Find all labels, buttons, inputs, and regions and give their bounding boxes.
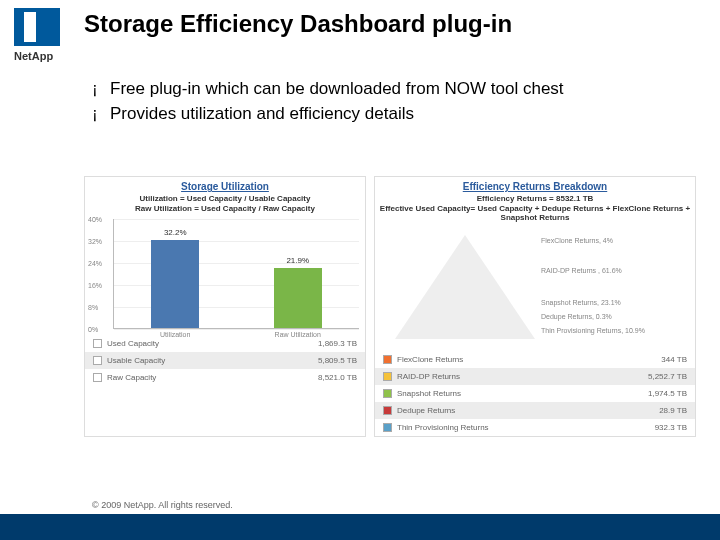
legend-swatch-icon xyxy=(93,373,102,382)
y-tick-label: 40% xyxy=(88,216,102,223)
efficiency-returns-panel: Efficiency Returns Breakdown Efficiency … xyxy=(374,176,696,437)
chart-bar: 21.9%Raw Utilization xyxy=(274,268,322,328)
legend-swatch-icon xyxy=(383,389,392,398)
bar-value-label: 32.2% xyxy=(151,228,199,237)
pyramid-label: RAID-DP Returns , 61.6% xyxy=(541,267,622,274)
legend-swatch-icon xyxy=(383,372,392,381)
chart-bar: 32.2%Utilization xyxy=(151,240,199,329)
pyramid-label: Dedupe Returns, 0.3% xyxy=(541,313,612,320)
legend-row: Dedupe Returns28.9 TB xyxy=(375,402,695,419)
panel-title: Efficiency Returns Breakdown xyxy=(375,177,695,192)
panel-title: Storage Utilization xyxy=(85,177,365,192)
legend-value: 932.3 TB xyxy=(655,423,687,432)
utilization-bar-chart: 0%8%16%24%32%40%32.2%Utilization21.9%Raw… xyxy=(113,219,359,329)
legend-row: Snapshot Returns1,974.5 TB xyxy=(375,385,695,402)
y-tick-label: 16% xyxy=(88,282,102,289)
legend-label: RAID-DP Returns xyxy=(397,372,460,381)
bullet-item: Free plug-in which can be downloaded fro… xyxy=(92,78,696,101)
legend-value: 5,252.7 TB xyxy=(648,372,687,381)
legend-label: Used Capacity xyxy=(107,339,159,348)
x-category-label: Raw Utilization xyxy=(274,328,322,338)
legend-value: 28.9 TB xyxy=(659,406,687,415)
legend-value: 344 TB xyxy=(661,355,687,364)
legend-label: Thin Provisioning Returns xyxy=(397,423,489,432)
bar-value-label: 21.9% xyxy=(274,256,322,265)
x-category-label: Utilization xyxy=(151,328,199,338)
legend-row: Usable Capacity5,809.5 TB xyxy=(85,352,365,369)
pyramid-label: FlexClone Returns, 4% xyxy=(541,237,613,244)
legend-swatch-icon xyxy=(93,339,102,348)
legend-swatch-icon xyxy=(383,423,392,432)
legend-row: Thin Provisioning Returns932.3 TB xyxy=(375,419,695,436)
copyright-text: © 2009 NetApp. All rights reserved. xyxy=(92,500,233,510)
y-tick-label: 32% xyxy=(88,238,102,245)
panel-subtitle: Utilization = Used Capacity / Usable Cap… xyxy=(85,192,365,219)
page-title: Storage Efficiency Dashboard plug-in xyxy=(84,10,512,38)
pyramid-icon xyxy=(395,235,535,339)
legend-value: 1,869.3 TB xyxy=(318,339,357,348)
bullet-list: Free plug-in which can be downloaded fro… xyxy=(92,78,696,128)
legend-swatch-icon xyxy=(93,356,102,365)
legend-row: Raw Capacity8,521.0 TB xyxy=(85,369,365,386)
y-tick-label: 8% xyxy=(88,304,98,311)
legend-label: FlexClone Returns xyxy=(397,355,463,364)
legend-value: 5,809.5 TB xyxy=(318,356,357,365)
brand-name: NetApp xyxy=(14,50,72,62)
legend-label: Dedupe Returns xyxy=(397,406,455,415)
pyramid-label: Thin Provisioning Returns, 10.9% xyxy=(541,327,645,334)
footer-bar xyxy=(0,514,720,540)
storage-utilization-panel: Storage Utilization Utilization = Used C… xyxy=(84,176,366,437)
efficiency-pyramid-chart: FlexClone Returns, 4% RAID-DP Returns , … xyxy=(379,229,691,347)
legend-value: 1,974.5 TB xyxy=(648,389,687,398)
charts-row: Storage Utilization Utilization = Used C… xyxy=(84,176,696,437)
legend-value: 8,521.0 TB xyxy=(318,373,357,382)
legend-row: Used Capacity1,869.3 TB xyxy=(85,335,365,352)
netapp-logo-icon xyxy=(14,8,60,46)
y-tick-label: 24% xyxy=(88,260,102,267)
legend-label: Usable Capacity xyxy=(107,356,165,365)
y-tick-label: 0% xyxy=(88,326,98,333)
legend-label: Raw Capacity xyxy=(107,373,156,382)
legend-row: FlexClone Returns344 TB xyxy=(375,351,695,368)
brand-logo: NetApp xyxy=(14,8,72,62)
panel-subtitle: Efficiency Returns = 8532.1 TB Effective… xyxy=(375,192,695,229)
legend-row: RAID-DP Returns5,252.7 TB xyxy=(375,368,695,385)
pyramid-label: Snapshot Returns, 23.1% xyxy=(541,299,621,306)
legend-label: Snapshot Returns xyxy=(397,389,461,398)
legend-swatch-icon xyxy=(383,406,392,415)
legend-swatch-icon xyxy=(383,355,392,364)
bullet-item: Provides utilization and efficiency deta… xyxy=(92,103,696,126)
